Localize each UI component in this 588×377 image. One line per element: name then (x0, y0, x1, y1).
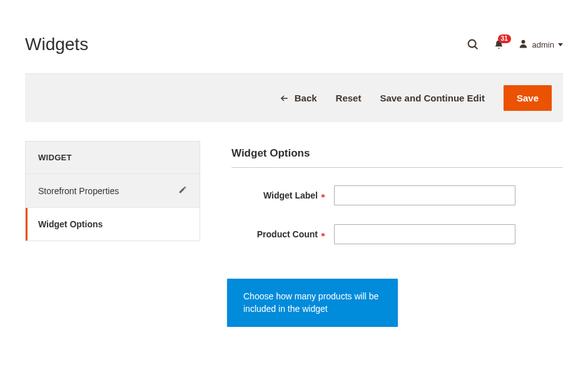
sidebar-item-label: Storefront Properties (38, 186, 119, 196)
sidebar-item-widget-options[interactable]: Widget Options (26, 208, 200, 240)
main-panel: Widget Options Widget Label* Product Cou… (231, 141, 563, 327)
sidebar-item-label: Widget Options (38, 219, 103, 229)
product-count-input[interactable] (334, 224, 515, 244)
search-icon[interactable] (466, 38, 480, 51)
tooltip-help-text: Choose how many products will be include… (227, 279, 398, 327)
sidebar: WIDGET Storefront Properties Widget Opti… (25, 141, 200, 241)
header-right: 31 admin (466, 38, 563, 51)
action-bar: Back Reset Save and Continue Edit Save (25, 73, 563, 122)
notifications-icon[interactable]: 31 (494, 39, 504, 51)
form-row-widget-label: Widget Label* (231, 185, 563, 205)
notification-badge: 31 (498, 34, 511, 43)
back-label: Back (295, 93, 317, 103)
user-menu[interactable]: admin (518, 38, 563, 51)
save-button[interactable]: Save (504, 85, 552, 111)
page-header: Widgets 31 admin (25, 0, 563, 73)
product-count-label: Product Count* (231, 229, 325, 240)
widget-label-label: Widget Label* (231, 190, 325, 201)
page-title: Widgets (25, 34, 88, 54)
widget-label-input[interactable] (334, 185, 515, 205)
back-button[interactable]: Back (279, 93, 317, 103)
save-continue-button[interactable]: Save and Continue Edit (380, 93, 485, 103)
user-label: admin (532, 40, 554, 49)
svg-line-1 (475, 46, 477, 49)
svg-point-2 (521, 40, 525, 44)
sidebar-item-storefront-properties[interactable]: Storefront Properties (26, 174, 200, 208)
content-columns: WIDGET Storefront Properties Widget Opti… (25, 141, 563, 327)
svg-point-0 (468, 40, 475, 48)
label-text: Widget Label (263, 190, 318, 200)
arrow-left-icon (279, 94, 290, 103)
sidebar-section-title: WIDGET (26, 142, 200, 174)
reset-button[interactable]: Reset (336, 93, 362, 103)
section-title: Widget Options (231, 147, 563, 168)
pencil-icon (178, 185, 187, 196)
user-icon (518, 38, 529, 51)
form-row-product-count: Product Count* (231, 224, 563, 244)
required-mark: * (321, 232, 325, 241)
chevron-down-icon (558, 43, 563, 46)
label-text: Product Count (257, 229, 318, 239)
required-mark: * (321, 193, 325, 202)
